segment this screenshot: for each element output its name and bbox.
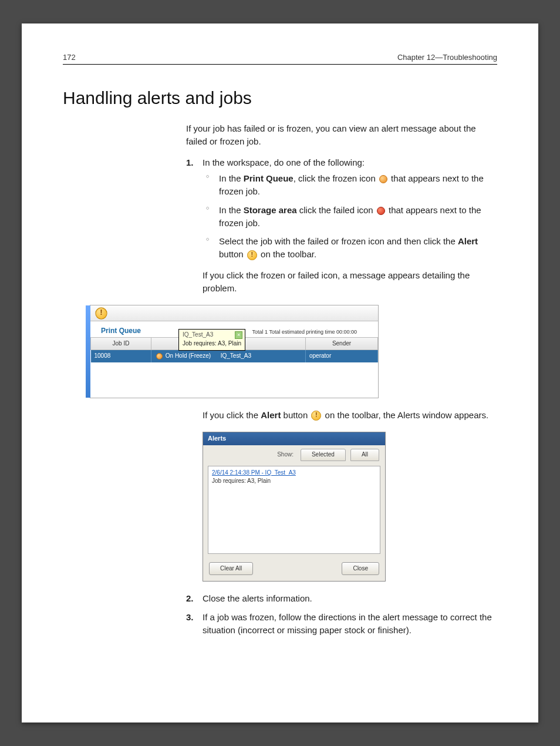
tab-all[interactable]: All: [350, 449, 379, 461]
step-3: 3. If a job was frozen, follow the direc…: [186, 611, 497, 637]
page-number: 172: [63, 53, 76, 62]
step-2: 2. Close the alerts information.: [186, 592, 497, 605]
left-accent-stripe: [86, 305, 90, 397]
step-2-text: Close the alerts information.: [203, 593, 312, 603]
job-tooltip: × IQ_Test_A3 Job requires: A3, Plain: [178, 329, 245, 351]
tooltip-body: Job requires: A3, Plain: [183, 340, 241, 348]
tabs-row: Show: Selected All: [203, 445, 385, 466]
cell-sender: operator: [306, 350, 378, 362]
alert-entry-body: Job requires: A3, Plain: [212, 477, 376, 486]
screenshot-alerts-dialog: Alerts Show: Selected All 2/6/14 2:14:38…: [203, 432, 497, 582]
step-number: 2.: [186, 592, 194, 605]
alert-icon: [247, 250, 257, 260]
col-jobid: Job ID: [91, 337, 151, 350]
alert-icon: [95, 307, 107, 319]
step-number: 1.: [186, 156, 194, 169]
after-queue-paragraph: If you click the Alert button on the too…: [203, 409, 497, 422]
col-sender: Sender: [306, 337, 378, 350]
show-label: Show:: [277, 451, 294, 459]
frozen-icon: [379, 175, 387, 183]
body-column: If your job has failed or is frozen, you…: [186, 122, 497, 637]
alert-entry-title[interactable]: 2/6/14 2:14:38 PM - IQ_Test_A3: [212, 469, 376, 478]
bullet-alert-button: Select the job with the failed or frozen…: [206, 235, 497, 261]
section-title: Handling alerts and jobs: [63, 88, 497, 108]
clear-all-button[interactable]: Clear All: [209, 562, 253, 576]
screenshot-toolbar: [90, 305, 378, 321]
bullet-print-queue: In the Print Queue, click the frozen ico…: [206, 172, 497, 198]
cell-status: On Hold (Freeze) IQ_Test_A3: [151, 350, 306, 362]
queue-blank-area: [90, 362, 378, 398]
tooltip-title: IQ_Test_A3: [183, 331, 241, 340]
tab-selected[interactable]: Selected: [301, 449, 346, 461]
step-number: 3.: [186, 611, 194, 624]
failed-icon: [377, 207, 385, 215]
after-bullets-paragraph: If you click the frozen or failed icon, …: [203, 269, 497, 295]
cell-jobid: 10008: [91, 350, 151, 362]
alerts-panel: 2/6/14 2:14:38 PM - IQ_Test_A3 Job requi…: [208, 466, 380, 554]
chapter-label: Chapter 12—Troubleshooting: [397, 53, 497, 62]
frozen-icon: [156, 353, 163, 359]
step-1-sublist: In the Print Queue, click the frozen ico…: [206, 172, 497, 261]
step-1-lead: In the workspace, do one of the followin…: [203, 157, 365, 167]
dialog-button-row: Clear All Close: [203, 559, 385, 582]
close-button[interactable]: Close: [342, 562, 379, 576]
page-header: 172 Chapter 12—Troubleshooting: [63, 53, 497, 65]
dialog-title: Alerts: [203, 432, 385, 445]
alert-icon: [311, 411, 321, 421]
table-row: 10008 On Hold (Freeze) IQ_Test_A3 operat…: [91, 350, 378, 362]
document-page: 172 Chapter 12—Troubleshooting Handling …: [22, 23, 538, 723]
step-1: 1. In the workspace, do one of the follo…: [186, 156, 497, 582]
tooltip-close-icon: ×: [235, 331, 242, 339]
intro-paragraph: If your job has failed or is frozen, you…: [186, 122, 497, 148]
step-3-text: If a job was frozen, follow the directio…: [203, 612, 492, 635]
screenshot-print-queue: Print Queue Total 1 Total estimated prin…: [79, 305, 497, 398]
bullet-storage-area: In the Storage area click the failed ico…: [206, 204, 497, 230]
steps-list: 1. In the workspace, do one of the follo…: [186, 156, 497, 637]
